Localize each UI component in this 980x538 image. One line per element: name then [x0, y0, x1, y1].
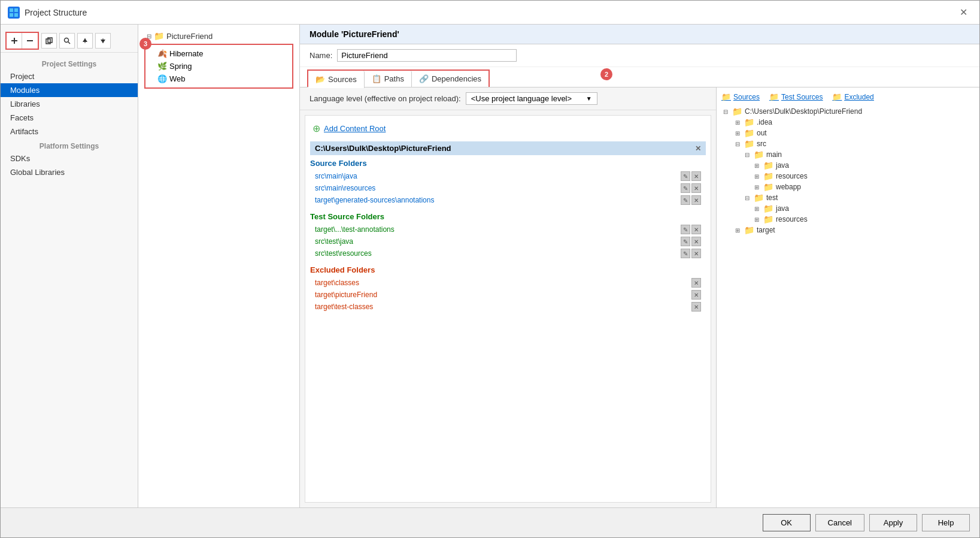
sidebar-item-libraries[interactable]: Libraries: [1, 97, 138, 111]
add-module-button[interactable]: [7, 33, 22, 49]
search-button[interactable]: [59, 33, 75, 49]
move-up-button[interactable]: [77, 33, 93, 49]
test-source-folders-title: Test Source Folders: [310, 212, 706, 221]
ft-idea-folder[interactable]: ⊞ 📁 .idea: [721, 117, 975, 128]
ok-button[interactable]: OK: [763, 514, 811, 531]
tab-paths[interactable]: 📋 Paths: [365, 71, 412, 87]
sidebar-item-sdks[interactable]: SDKs: [1, 152, 138, 165]
ft-test-toggle: ⊟: [743, 195, 751, 201]
legend-test-sources[interactable]: 📁 Test Sources: [769, 92, 823, 101]
tab-dependencies[interactable]: 🔗 Dependencies: [412, 71, 489, 87]
source-folder-2-icons: ✎ ✕: [681, 183, 701, 193]
content-root-close-button[interactable]: ✕: [695, 144, 701, 153]
sidebar-item-facets[interactable]: Facets: [1, 111, 138, 125]
help-button[interactable]: Help: [922, 514, 970, 531]
ft-root-toggle: ⊟: [721, 108, 730, 115]
ft-src-folder[interactable]: ⊟ 📁 src: [721, 138, 975, 149]
excluded-folders-section: Excluded Folders target\classes ✕ target…: [310, 265, 706, 313]
ft-webapp-folder[interactable]: ⊞ 📁 webapp: [721, 182, 975, 192]
source-folder-1-edit[interactable]: ✎: [681, 171, 690, 181]
sources-tab-icon: 📂: [315, 75, 325, 84]
sources-folder-icon: 📁: [721, 92, 731, 101]
badge-3: 3: [139, 38, 151, 50]
excluded-folder-3-remove[interactable]: ✕: [691, 302, 701, 312]
sidebar-item-project[interactable]: Project: [1, 69, 138, 83]
ft-out-folder[interactable]: ⊞ 📁 out: [721, 128, 975, 138]
excluded-folder-1-remove[interactable]: ✕: [691, 278, 701, 288]
project-structure-window: Project Structure ✕: [0, 0, 980, 538]
ft-target-toggle: ⊞: [733, 227, 742, 234]
legend-excluded[interactable]: 📁 Excluded: [832, 92, 873, 101]
ft-main-folder[interactable]: ⊟ 📁 main: [721, 149, 975, 160]
copy-button[interactable]: [41, 33, 57, 49]
module-tree-panel: ⊟ 📁 PictureFriend 3 🍂 Hibernate 🌿: [138, 25, 300, 507]
ft-test-java-folder[interactable]: ⊞ 📁 java: [721, 203, 975, 214]
sidebar-item-modules[interactable]: Modules: [1, 83, 138, 97]
tree-root-module[interactable]: ⊟ 📁 PictureFriend: [142, 29, 296, 43]
excluded-folder-2-remove[interactable]: ✕: [691, 290, 701, 300]
svg-rect-2: [10, 13, 13, 17]
svg-line-10: [68, 42, 70, 44]
source-folder-2-remove[interactable]: ✕: [691, 183, 701, 193]
ft-test-folder-icon: 📁: [754, 193, 764, 202]
excluded-folder-1-icons: ✕: [691, 278, 701, 288]
source-folder-3-edit[interactable]: ✎: [681, 195, 690, 205]
add-content-root-button[interactable]: ⊕ Add Content Root: [310, 120, 706, 137]
test-sources-folder-icon: 📁: [769, 92, 779, 101]
remove-module-button[interactable]: [22, 33, 38, 49]
source-folders-title: Source Folders: [310, 159, 706, 168]
excluded-folder-3-icons: ✕: [691, 302, 701, 312]
sidebar-item-artifacts[interactable]: Artifacts: [1, 125, 138, 138]
tree-item-spring[interactable]: 🌿 Spring: [148, 60, 290, 72]
excluded-folders-title: Excluded Folders: [310, 265, 706, 274]
legend-sources[interactable]: 📁 Sources: [721, 92, 760, 101]
lang-level-row: Language level (effective on project rel…: [300, 87, 716, 110]
ft-test-folder[interactable]: ⊟ 📁 test: [721, 192, 975, 203]
test-folder-3-edit[interactable]: ✎: [681, 249, 690, 258]
test-folder-2-remove[interactable]: ✕: [691, 237, 701, 246]
apply-button[interactable]: Apply: [869, 514, 917, 531]
ft-test-resources-folder[interactable]: ⊞ 📁 resources: [721, 214, 975, 225]
move-down-button[interactable]: [95, 33, 111, 49]
ft-test-resources-toggle: ⊞: [753, 216, 761, 223]
tab-sources[interactable]: 📂 Sources: [308, 71, 365, 88]
ft-target-folder-icon: 📁: [744, 225, 754, 235]
svg-point-9: [65, 38, 69, 43]
ft-src-toggle: ⊟: [733, 141, 742, 147]
module-header: Module 'PictureFriend': [300, 25, 979, 44]
ft-resources-folder[interactable]: ⊞ 📁 resources: [721, 171, 975, 182]
svg-rect-1: [14, 8, 18, 12]
tabs-container: 2 📂 Sources 📋 Paths 🔗 Depend: [300, 67, 979, 87]
test-folder-2: src\test\java ✎ ✕: [310, 235, 706, 247]
lang-level-select[interactable]: <Use project language level> ▼: [466, 92, 597, 105]
spring-icon: 🌿: [157, 62, 167, 71]
close-button[interactable]: ✕: [955, 4, 972, 20]
module-name-input[interactable]: [337, 49, 517, 62]
ft-root[interactable]: ⊟ 📁 C:\Users\Dulk\Desktop\PictureFriend: [721, 106, 975, 117]
test-folder-3-remove[interactable]: ✕: [691, 249, 701, 258]
tree-legend: 📁 Sources 📁 Test Sources 📁 Excluded: [721, 92, 975, 101]
cancel-button[interactable]: Cancel: [815, 514, 864, 531]
ft-webapp-folder-icon: 📁: [763, 182, 773, 192]
ft-test-java-toggle: ⊞: [753, 205, 761, 212]
source-folder-2-edit[interactable]: ✎: [681, 183, 690, 193]
ft-main-folder-icon: 📁: [754, 150, 764, 159]
test-folder-1-edit[interactable]: ✎: [681, 225, 690, 234]
ft-target-folder[interactable]: ⊞ 📁 target: [721, 225, 975, 235]
source-folder-3: target\generated-sources\annotations ✎ ✕: [310, 194, 706, 206]
test-folder-2-edit[interactable]: ✎: [681, 237, 690, 246]
ft-java-folder[interactable]: ⊞ 📁 java: [721, 160, 975, 171]
source-folder-3-remove[interactable]: ✕: [691, 195, 701, 205]
sidebar-item-global-libraries[interactable]: Global Libraries: [1, 165, 138, 179]
test-source-folders-section: Test Source Folders target\...\test-anno…: [310, 212, 706, 259]
source-folder-1-remove[interactable]: ✕: [691, 171, 701, 181]
test-folder-1-remove[interactable]: ✕: [691, 225, 701, 234]
tree-item-web[interactable]: 🌐 Web: [148, 72, 290, 85]
ft-main-toggle: ⊟: [743, 152, 751, 158]
add-remove-group: [5, 32, 39, 50]
tree-item-hibernate[interactable]: 🍂 Hibernate: [148, 47, 290, 60]
name-row: Name:: [300, 44, 979, 67]
title-bar-title: Project Structure: [25, 8, 87, 17]
content-area: Language level (effective on project rel…: [300, 87, 979, 507]
ft-test-resources-folder-icon: 📁: [763, 214, 773, 224]
